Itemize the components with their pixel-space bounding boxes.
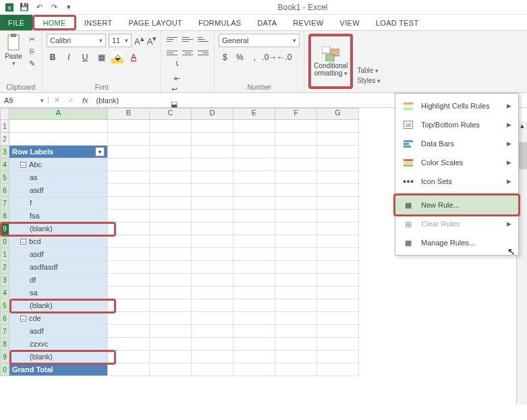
cell[interactable] [108,312,150,325]
cell[interactable] [150,120,192,133]
cell[interactable] [275,287,317,299]
cell[interactable] [108,210,150,222]
tab-insert[interactable]: INSERT [76,15,121,30]
tab-formulas[interactable]: FORMULAS [190,15,250,30]
undo-icon[interactable]: ↶ [32,1,46,13]
row-header[interactable]: 0 [0,363,9,376]
number-format-select[interactable]: General▾ [219,34,300,47]
cell[interactable] [233,120,275,133]
decrease-indent-icon[interactable]: ⇤ [171,73,183,84]
cell[interactable] [192,287,233,299]
cell[interactable] [275,210,317,222]
scrollbar-thumb[interactable] [518,142,527,169]
border-button[interactable]: ▦ [95,51,107,63]
cell[interactable] [108,325,150,338]
cell[interactable] [192,261,233,274]
cell[interactable] [317,146,359,158]
cell[interactable] [150,299,192,312]
cell[interactable] [317,363,359,376]
format-painter-icon[interactable]: ✎ [26,58,38,69]
row-header[interactable]: 2 [0,133,9,146]
cell[interactable] [192,351,233,363]
font-size-select[interactable]: 11▾ [109,34,132,47]
cell[interactable] [275,274,317,287]
cell[interactable] [275,235,317,248]
cell[interactable] [233,351,275,363]
align-left-icon[interactable] [165,47,179,58]
align-top-icon[interactable] [165,34,179,44]
cell[interactable] [233,171,275,184]
cell[interactable] [108,235,150,248]
cell[interactable] [192,312,233,325]
paste-dropdown-icon[interactable]: ▾ [12,60,16,67]
align-middle-icon[interactable] [181,34,194,44]
cell[interactable] [192,133,233,146]
pivot-item[interactable]: sa [9,287,108,299]
cell[interactable] [108,171,150,184]
collapse-icon[interactable]: − [20,239,26,245]
cell[interactable] [317,133,359,146]
cell[interactable] [233,312,275,325]
orientation-icon[interactable]: ⤹ [171,58,183,69]
cell[interactable] [108,146,150,158]
menu-manage-rules[interactable]: ▦Manage Rules... [395,233,518,252]
cell[interactable] [317,248,359,261]
cell[interactable] [317,312,359,325]
cell[interactable] [275,363,317,376]
name-box[interactable]: A9▾ [0,96,49,104]
cell[interactable] [150,222,192,235]
menu-top-bottom[interactable]: 10Top/Bottom Rules▶ [395,115,518,134]
cell[interactable] [150,351,192,363]
cell[interactable] [233,261,275,274]
enter-formula-icon[interactable]: ✓ [68,96,74,104]
align-bottom-icon[interactable] [196,34,210,44]
cell[interactable] [150,261,192,274]
row-header[interactable]: 4 [0,287,9,299]
col-header-F[interactable]: F [275,108,317,120]
cell[interactable] [108,338,150,351]
menu-data-bars[interactable]: Data Bars▶ [395,134,518,153]
cell[interactable] [108,184,150,197]
paste-button[interactable]: Paste [5,53,22,60]
cell[interactable] [317,235,359,248]
cell[interactable] [317,158,359,171]
cell[interactable] [233,363,275,376]
cell[interactable] [108,133,150,146]
cell[interactable] [108,222,150,235]
cell[interactable] [108,287,150,299]
cell[interactable] [275,248,317,261]
cell[interactable] [192,363,233,376]
tab-load-test[interactable]: LOAD TEST [368,15,427,30]
font-color-button[interactable]: A [128,51,140,63]
formula-bar[interactable]: (blank) [96,96,119,104]
cell[interactable] [233,222,275,235]
cell[interactable] [192,222,233,235]
menu-new-rule[interactable]: ▦New Rule... [393,193,520,216]
pivot-item[interactable]: asdf [9,184,108,197]
menu-color-scales[interactable]: Color Scales▶ [395,153,518,172]
cell[interactable] [192,197,233,210]
cell[interactable] [233,287,275,299]
cell[interactable] [192,325,233,338]
excel-icon[interactable]: X [3,1,16,13]
save-icon[interactable]: 💾 [18,1,31,13]
fill-color-button[interactable]: ⬙ [111,51,123,63]
pivot-grand-total[interactable]: Grand Total [9,363,108,376]
pivot-item[interactable]: f [9,197,108,210]
cell[interactable] [317,287,359,299]
conditional-formatting-button[interactable]: Conditionalormatting ▾ [308,34,353,89]
row-header[interactable]: 7 [0,325,9,338]
cell[interactable] [317,210,359,222]
cell[interactable] [150,146,192,158]
pivot-item-blank[interactable]: (blank) [9,222,108,235]
fx-icon[interactable]: fx [82,96,88,104]
percent-icon[interactable]: % [233,51,246,63]
cell[interactable] [275,351,317,363]
cell[interactable] [150,274,192,287]
cell[interactable] [9,133,108,146]
row-header[interactable]: 9 [0,351,9,363]
cell[interactable] [233,184,275,197]
cell[interactable] [108,120,150,133]
cell[interactable] [275,120,317,133]
col-header-E[interactable]: E [233,108,275,120]
